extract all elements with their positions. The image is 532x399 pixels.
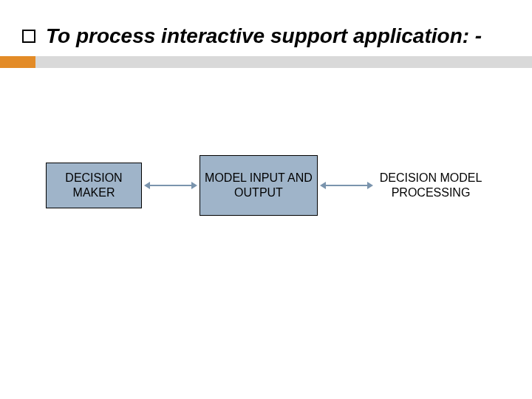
connector-arrow-icon [145,185,197,186]
bullet-square-icon [22,30,35,43]
accent-bar [0,56,532,68]
node-decision-maker: DECISION MAKER [46,163,142,208]
accent-orange [0,56,35,68]
connector-arrow-icon [321,185,372,186]
node-model-io: MODEL INPUT AND OUTPUT [200,155,318,216]
connector-line [326,185,367,186]
heading-row: To process interactive support applicati… [22,25,517,48]
connector-line [150,185,191,186]
accent-gray [35,56,532,68]
process-diagram: DECISION MAKER MODEL INPUT AND OUTPUT DE… [0,155,532,216]
heading-text: To process interactive support applicati… [46,25,482,48]
node-decision-processing: DECISION MODEL PROCESSING [375,163,486,208]
